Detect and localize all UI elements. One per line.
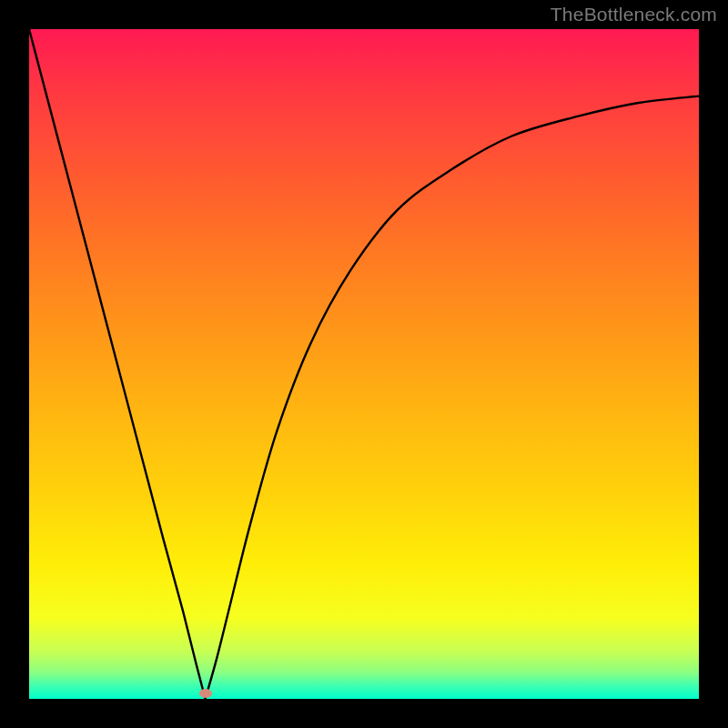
chart-frame: TheBottleneck.com	[0, 0, 728, 728]
plot-area	[29, 29, 699, 699]
optimum-marker	[199, 689, 212, 698]
bottleneck-curve	[29, 29, 699, 699]
watermark-text: TheBottleneck.com	[551, 4, 717, 25]
